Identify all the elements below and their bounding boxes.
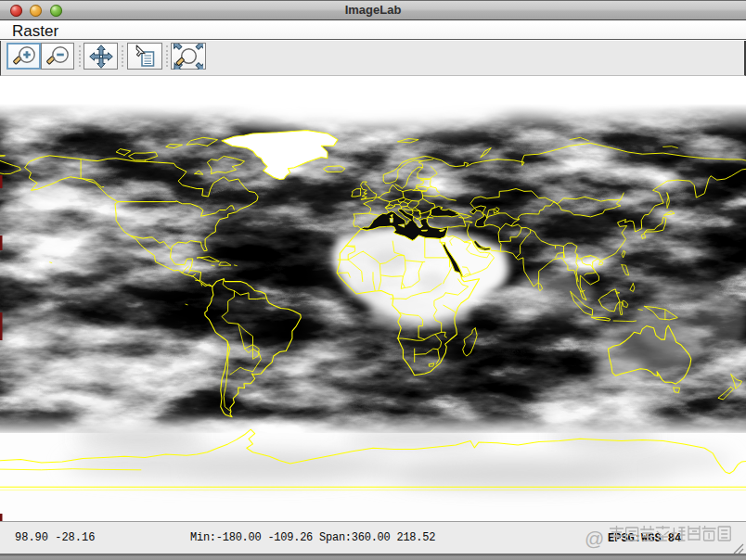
- svg-text:@: @: [585, 528, 604, 549]
